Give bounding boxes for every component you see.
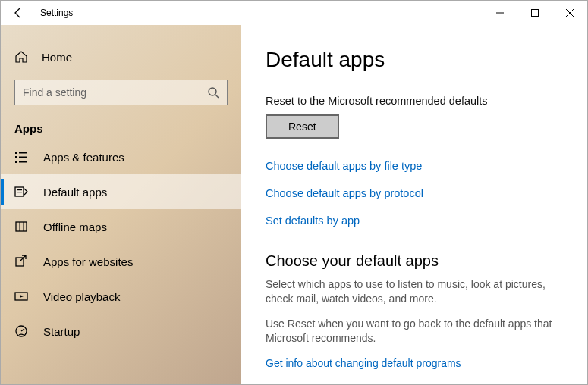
startup-icon [14,324,28,338]
svg-rect-7 [19,152,27,154]
nav-label: Apps & features [43,151,124,164]
nav-label: Offline maps [43,221,107,233]
page-title: Default apps [266,48,569,72]
nav-offline-maps[interactable]: Offline maps [1,209,241,244]
nav-label: Startup [43,325,80,338]
choose-para1: Select which apps to use to listen to mu… [266,277,569,306]
reset-button[interactable]: Reset [266,114,339,139]
info-link[interactable]: Get info about changing default programs [266,357,461,369]
reset-description: Reset to the Microsoft recommended defau… [266,95,569,107]
svg-line-21 [21,329,24,331]
main-content: Default apps Reset to the Microsoft reco… [241,25,587,384]
link-by-app[interactable]: Set defaults by app [266,214,569,227]
svg-rect-9 [19,157,27,158]
link-protocol[interactable]: Choose default apps by protocol [266,187,569,199]
svg-rect-10 [15,161,17,163]
svg-rect-14 [17,192,22,192]
nav-list: Apps & features Default apps Offline map… [1,139,241,349]
nav-label: Default apps [43,186,107,199]
svg-point-4 [209,88,216,95]
nav-video-playback[interactable]: Video playback [1,279,241,314]
map-icon [14,220,28,233]
svg-rect-11 [19,161,27,163]
nav-label: Video playback [43,290,120,303]
nav-apps-features[interactable]: Apps & features [1,139,241,174]
home-button[interactable]: Home [1,42,241,72]
svg-rect-6 [15,152,17,154]
home-icon [14,50,28,64]
svg-rect-8 [15,156,17,158]
svg-line-5 [215,95,219,98]
nav-apps-websites[interactable]: Apps for websites [1,244,241,279]
svg-rect-13 [17,189,22,190]
close-button[interactable] [552,1,587,25]
choose-heading: Choose your default apps [266,252,569,270]
section-label: Apps [14,122,241,135]
sidebar: Home Apps Apps & features [1,25,241,384]
svg-rect-15 [16,222,27,231]
open-external-icon [14,255,28,268]
nav-label: Apps for websites [43,255,133,268]
link-file-type[interactable]: Choose default apps by file type [266,160,569,172]
nav-startup[interactable]: Startup [1,314,241,349]
search-input[interactable] [14,80,228,105]
choose-para2: Use Reset when you want to go back to th… [266,317,569,346]
window-title: Settings [40,8,73,18]
default-apps-icon [14,185,28,199]
svg-rect-1 [532,10,539,17]
nav-default-apps[interactable]: Default apps [1,174,241,209]
list-icon [14,150,28,164]
titlebar: Settings [1,1,587,25]
search-icon [207,86,219,99]
maximize-button[interactable] [517,1,552,25]
minimize-button[interactable] [483,1,517,25]
home-label: Home [42,51,72,64]
video-icon [14,290,28,303]
back-button[interactable] [1,1,36,25]
